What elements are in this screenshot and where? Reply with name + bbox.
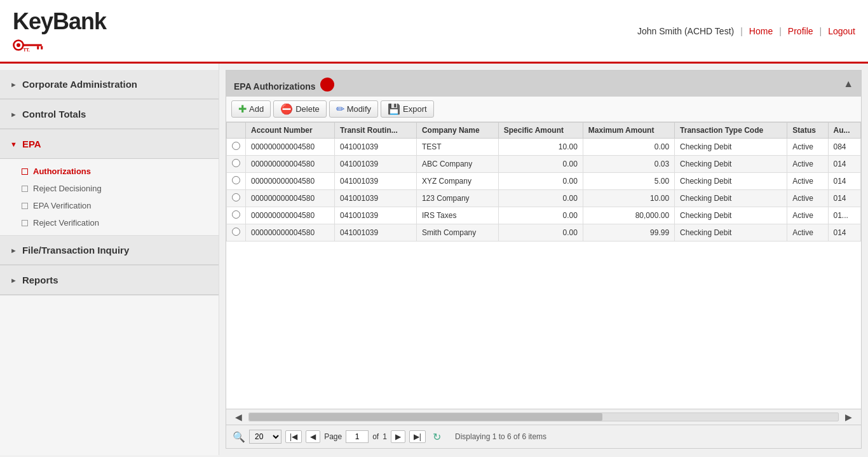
- per-page-select[interactable]: 10 20 50 100: [249, 430, 281, 444]
- row-radio-5[interactable]: [232, 228, 240, 236]
- page-number-input[interactable]: [346, 430, 369, 443]
- sidebar-section-reports: ► Reports: [0, 266, 219, 296]
- row-radio-1[interactable]: [232, 159, 240, 167]
- sidebar-item-reject-decisioning[interactable]: Reject Decisioning: [0, 180, 219, 197]
- svg-rect-3: [37, 46, 39, 49]
- key-icon: TT.: [13, 36, 51, 54]
- first-page-button[interactable]: |◀: [285, 430, 302, 443]
- delete-button[interactable]: ⛔ Delete: [273, 100, 327, 118]
- scroll-thumb[interactable]: [249, 413, 602, 421]
- svg-text:TT.: TT.: [24, 46, 30, 52]
- cell-status: Active: [787, 190, 828, 207]
- panel-collapse-button[interactable]: ▲: [843, 78, 853, 90]
- cell-company_name: XYZ Company: [416, 173, 498, 190]
- svg-rect-2: [23, 44, 42, 46]
- cell-maximum_amount: 10.00: [583, 190, 674, 207]
- modify-label: Modify: [347, 104, 371, 114]
- data-table-wrapper: Account Number Transit Routin... Company…: [226, 122, 861, 409]
- user-nav: John Smith (ACHD Test) | Home | Profile …: [637, 26, 855, 36]
- bullet-icon-epa-verification: [22, 203, 28, 209]
- cell-transit_routing: 041001039: [335, 207, 417, 224]
- scroll-left-arrow[interactable]: ◀: [231, 409, 246, 425]
- sidebar-item-control-totals[interactable]: ► Control Totals: [0, 100, 219, 129]
- add-button[interactable]: ✚ Add: [231, 100, 271, 118]
- chevron-down-icon: ▼: [10, 140, 17, 148]
- chevron-right-icon: ►: [10, 81, 17, 88]
- cell-company_name: ABC Company: [416, 156, 498, 173]
- panel-title-text: EPA Authorizations: [234, 81, 316, 92]
- main-content: EPA Authorizations ▲ ✚ Add ⛔ Delete ✏: [219, 64, 868, 455]
- sidebar-reports-label: Reports: [22, 275, 58, 285]
- horizontal-scrollbar[interactable]: ◀ ▶: [226, 409, 861, 425]
- col-header-au: Au...: [828, 123, 861, 139]
- cell-status: Active: [787, 156, 828, 173]
- sidebar-item-authorizations[interactable]: Authorizations: [0, 163, 219, 180]
- authorizations-label: Authorizations: [33, 167, 91, 176]
- table-row[interactable]: 000000000004580041001039IRS Taxes0.0080,…: [227, 207, 861, 224]
- sidebar-item-epa-verification[interactable]: EPA Verification: [0, 197, 219, 214]
- row-radio-0[interactable]: [232, 142, 240, 150]
- col-header-status: Status: [787, 123, 828, 139]
- cell-transit_routing: 041001039: [335, 139, 417, 156]
- cell-maximum_amount: 0.03: [583, 156, 674, 173]
- nav-separator-2: |: [779, 26, 782, 36]
- cell-maximum_amount: 99.99: [583, 224, 674, 242]
- col-header-company-name: Company Name: [416, 123, 498, 139]
- profile-link[interactable]: Profile: [788, 26, 813, 36]
- prev-page-button[interactable]: ◀: [306, 430, 320, 443]
- table-row[interactable]: 000000000004580041001039TEST10.000.00Che…: [227, 139, 861, 156]
- table-row[interactable]: 000000000004580041001039123 Company0.001…: [227, 190, 861, 207]
- cell-au: 014: [828, 156, 861, 173]
- main-layout: ► Corporate Administration ► Control Tot…: [0, 64, 868, 455]
- table-row[interactable]: 000000000004580041001039XYZ Company0.005…: [227, 173, 861, 190]
- sidebar-item-corporate-administration[interactable]: ► Corporate Administration: [0, 70, 219, 99]
- logo-text: KeyBank: [13, 8, 106, 35]
- add-label: Add: [249, 104, 264, 114]
- sidebar-item-reject-verification[interactable]: Reject Verification: [0, 214, 219, 231]
- sidebar: ► Corporate Administration ► Control Tot…: [0, 64, 219, 455]
- sidebar-item-epa[interactable]: ▼ EPA: [0, 130, 219, 159]
- cell-specific_amount: 0.00: [498, 190, 583, 207]
- app-header: KeyBank TT. John Smith (ACHD Test) | Hom…: [0, 0, 868, 64]
- cell-au: 084: [828, 139, 861, 156]
- table-row[interactable]: 000000000004580041001039ABC Company0.000…: [227, 156, 861, 173]
- cell-au: 014: [828, 224, 861, 242]
- home-link[interactable]: Home: [749, 26, 773, 36]
- cell-company_name: IRS Taxes: [416, 207, 498, 224]
- col-header-maximum-amount: Maximum Amount: [583, 123, 674, 139]
- logo-area: KeyBank TT.: [13, 8, 106, 54]
- add-icon: ✚: [238, 103, 247, 115]
- bullet-icon-reject-verification: [22, 220, 28, 226]
- sidebar-section-file-transaction: ► File/Transaction Inquiry: [0, 236, 219, 266]
- epa-verification-label: EPA Verification: [33, 201, 92, 210]
- cell-specific_amount: 0.00: [498, 207, 583, 224]
- export-button[interactable]: 💾 Export: [381, 100, 434, 118]
- col-header-select: [227, 123, 246, 139]
- sidebar-file-transaction-label: File/Transaction Inquiry: [22, 245, 129, 256]
- next-page-button[interactable]: ▶: [391, 430, 405, 443]
- col-header-account-number: Account Number: [246, 123, 335, 139]
- last-page-button[interactable]: ▶|: [409, 430, 426, 443]
- of-label: of: [372, 432, 379, 441]
- row-radio-2[interactable]: [232, 176, 240, 184]
- cell-au: 014: [828, 190, 861, 207]
- scroll-right-arrow[interactable]: ▶: [841, 409, 856, 425]
- table-row[interactable]: 000000000004580041001039Smith Company0.0…: [227, 224, 861, 242]
- scroll-track[interactable]: [248, 413, 839, 421]
- logout-link[interactable]: Logout: [828, 26, 855, 36]
- delete-label: Delete: [295, 104, 320, 114]
- epa-submenu: Authorizations Reject Decisioning EPA Ve…: [0, 159, 219, 235]
- sidebar-item-file-transaction[interactable]: ► File/Transaction Inquiry: [0, 236, 219, 265]
- row-radio-3[interactable]: [232, 193, 240, 201]
- row-radio-4[interactable]: [232, 210, 240, 219]
- refresh-button[interactable]: ↻: [430, 429, 445, 444]
- cell-account_number: 000000000004580: [246, 173, 335, 190]
- col-header-specific-amount: Specific Amount: [498, 123, 583, 139]
- sidebar-item-reports[interactable]: ► Reports: [0, 266, 219, 295]
- cell-company_name: 123 Company: [416, 190, 498, 207]
- cell-account_number: 000000000004580: [246, 224, 335, 242]
- logo-key-icon: TT.: [13, 36, 106, 54]
- cell-transaction_type_code: Checking Debit: [675, 207, 787, 224]
- cell-au: 014: [828, 173, 861, 190]
- modify-button[interactable]: ✏ Modify: [329, 100, 378, 118]
